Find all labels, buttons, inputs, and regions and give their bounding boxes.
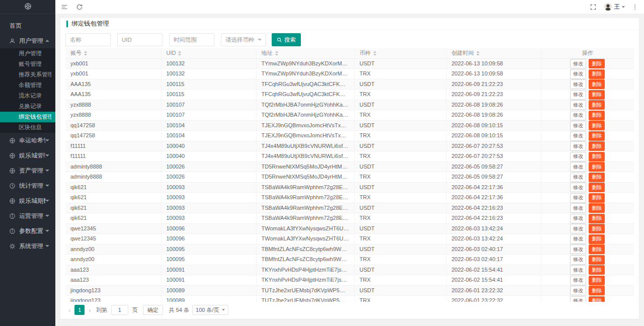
modify-button[interactable]: 修改 xyxy=(570,69,586,79)
logo-bar[interactable] xyxy=(0,0,55,14)
delete-button[interactable]: 删除 xyxy=(589,276,605,285)
modify-button[interactable]: 修改 xyxy=(570,255,586,265)
delete-button[interactable]: 删除 xyxy=(589,69,605,79)
modify-button[interactable]: 修改 xyxy=(570,141,586,151)
delete-button[interactable]: 删除 xyxy=(589,162,605,172)
modify-button[interactable]: 修改 xyxy=(570,131,586,141)
sidebar-subitem-7[interactable]: 区块信息 xyxy=(0,122,55,133)
sidebar-item-1[interactable]: 用户管理 xyxy=(0,33,55,48)
refresh-icon[interactable] xyxy=(75,3,84,11)
delete-button[interactable]: 删除 xyxy=(589,183,605,192)
sidebar-item-2[interactable]: 幸运哈希管理 xyxy=(0,133,55,148)
chevron-left-icon[interactable]: ‹ xyxy=(65,306,73,314)
delete-button[interactable]: 删除 xyxy=(589,100,605,110)
chevron-right-icon[interactable]: › xyxy=(86,306,94,314)
sort-icon[interactable] xyxy=(275,51,278,56)
more-vertical-icon[interactable] xyxy=(631,3,639,11)
delete-button[interactable]: 删除 xyxy=(589,79,605,89)
time-range-input[interactable] xyxy=(169,33,214,46)
delete-button[interactable]: 删除 xyxy=(589,90,605,100)
delete-button[interactable]: 删除 xyxy=(589,296,605,302)
sidebar-subitem-3[interactable]: 余额管理 xyxy=(0,80,55,91)
delete-button[interactable]: 删除 xyxy=(589,121,605,130)
uid-cell: 100091 xyxy=(161,265,256,275)
jump-page-input[interactable] xyxy=(111,305,128,315)
sort-icon[interactable] xyxy=(373,51,376,56)
delete-button[interactable]: 删除 xyxy=(589,214,605,223)
delete-button[interactable]: 删除 xyxy=(589,152,605,161)
sidebar-subitem-2[interactable]: 推荐关系管理 xyxy=(0,69,55,80)
sidebar-subitem-4[interactable]: 流水记录 xyxy=(0,91,55,101)
modify-button[interactable]: 修改 xyxy=(570,224,586,233)
sidebar-subitem-1[interactable]: 账号管理 xyxy=(0,59,55,69)
delete-button[interactable]: 删除 xyxy=(589,173,605,182)
modify-button[interactable]: 修改 xyxy=(570,193,586,203)
user-menu[interactable]: 王 xyxy=(614,3,625,11)
sidebar-subitem-6[interactable]: 绑定钱包管理 xyxy=(0,112,55,122)
page-size-select[interactable]: 100 条/页 xyxy=(192,305,228,315)
modify-button[interactable]: 修改 xyxy=(570,296,586,302)
modify-button[interactable]: 修改 xyxy=(570,90,586,100)
sidebar-item-4[interactable]: 资产管理 xyxy=(0,163,55,178)
table-row: yzx8888100107TQf2rMbHJBA7onmHjzGYohhKa5u… xyxy=(65,110,634,121)
delete-button[interactable]: 删除 xyxy=(589,286,605,295)
current-page[interactable]: 1 xyxy=(74,305,85,315)
modify-button[interactable]: 修改 xyxy=(570,59,586,68)
sidebar-item-3[interactable]: 娱乐城管理 xyxy=(0,148,55,163)
search-button[interactable]: 搜索 xyxy=(272,33,301,46)
sidebar-item-8[interactable]: 参数配置 xyxy=(0,223,55,238)
modify-button[interactable]: 修改 xyxy=(570,265,586,275)
modify-button[interactable]: 修改 xyxy=(570,183,586,192)
column-header-1[interactable]: UID xyxy=(161,48,256,58)
modify-button[interactable]: 修改 xyxy=(570,214,586,223)
sidebar-item-7[interactable]: 运营管理 xyxy=(0,208,55,223)
sidebar-subitem-5[interactable]: 兑换记录 xyxy=(0,101,55,112)
modify-button[interactable]: 修改 xyxy=(570,234,586,244)
sort-icon[interactable] xyxy=(178,51,181,56)
modify-button[interactable]: 修改 xyxy=(570,244,586,254)
sidebar-item-0[interactable]: 首页 xyxy=(0,18,55,33)
delete-button[interactable]: 删除 xyxy=(589,234,605,244)
delete-button[interactable]: 删除 xyxy=(589,255,605,265)
delete-button[interactable]: 删除 xyxy=(589,59,605,68)
delete-button[interactable]: 删除 xyxy=(589,141,605,151)
table-row: qq147258100104TJEXJ9nGQBmvxoJomcHtVsTxJQ… xyxy=(65,120,634,131)
jump-confirm-button[interactable]: 确定 xyxy=(143,305,163,315)
modify-button[interactable]: 修改 xyxy=(570,111,586,120)
delete-button[interactable]: 删除 xyxy=(589,203,605,213)
modify-button[interactable]: 修改 xyxy=(570,173,586,182)
fullscreen-icon[interactable] xyxy=(589,3,597,11)
wheel-icon xyxy=(9,152,16,159)
wheel-icon xyxy=(9,168,16,174)
sidebar-item-9[interactable]: 系统管理 xyxy=(0,238,55,254)
sidebar-item-6[interactable]: 娱乐城期数 xyxy=(0,193,55,208)
modify-button[interactable]: 修改 xyxy=(570,121,586,130)
delete-button[interactable]: 删除 xyxy=(589,224,605,233)
column-header-2[interactable]: 地址 xyxy=(256,48,354,58)
delete-button[interactable]: 删除 xyxy=(589,244,605,254)
modify-button[interactable]: 修改 xyxy=(570,79,586,89)
modify-button[interactable]: 修改 xyxy=(570,276,586,285)
modify-button[interactable]: 修改 xyxy=(570,152,586,161)
chevron-down-icon xyxy=(222,309,225,311)
column-header-4[interactable]: 创建时间 xyxy=(446,48,541,58)
delete-button[interactable]: 删除 xyxy=(589,131,605,141)
modify-button[interactable]: 修改 xyxy=(570,286,586,295)
coin-select[interactable]: 请选择币种 xyxy=(221,33,266,46)
delete-button[interactable]: 删除 xyxy=(589,111,605,120)
sort-icon[interactable] xyxy=(84,51,87,56)
avatar[interactable] xyxy=(604,3,612,11)
modify-button[interactable]: 修改 xyxy=(570,203,586,213)
column-header-3[interactable]: 币种 xyxy=(354,48,446,58)
name-input[interactable] xyxy=(65,33,111,46)
modify-button[interactable]: 修改 xyxy=(570,100,586,110)
menu-collapse-icon[interactable] xyxy=(60,3,68,11)
uid-input[interactable] xyxy=(117,33,163,46)
sort-icon[interactable] xyxy=(476,51,479,56)
delete-button[interactable]: 删除 xyxy=(589,265,605,275)
column-header-0[interactable]: 账号 xyxy=(65,48,161,58)
delete-button[interactable]: 删除 xyxy=(589,193,605,203)
sidebar-subitem-0[interactable]: 用户管理 xyxy=(0,48,55,59)
sidebar-item-5[interactable]: 统计管理 xyxy=(0,178,55,193)
modify-button[interactable]: 修改 xyxy=(570,162,586,172)
